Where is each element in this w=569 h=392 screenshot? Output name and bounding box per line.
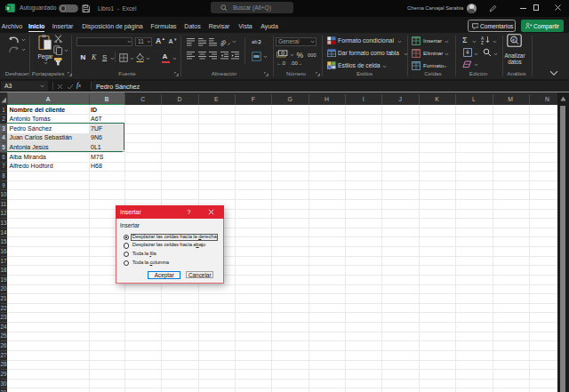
svg-text:ab: ab bbox=[220, 38, 228, 46]
svg-text:Z: Z bbox=[481, 41, 484, 44]
svg-text:ab: ab bbox=[252, 39, 258, 44]
